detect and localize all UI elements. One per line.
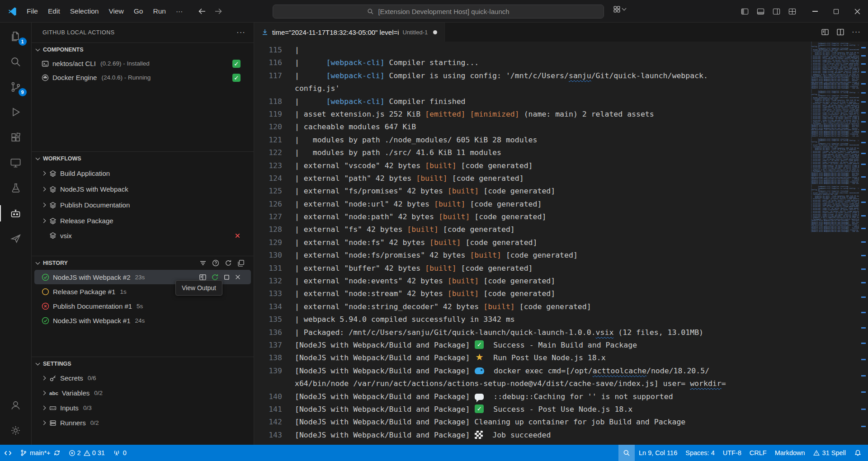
customize-layout-icon[interactable]: [788, 7, 797, 16]
workflow-vsix[interactable]: vsix: [32, 229, 254, 242]
publish-icon[interactable]: [0, 226, 32, 251]
editor-line[interactable]: 122| modules by path ./src/ 41.6 KiB 11 …: [254, 146, 810, 159]
history-header[interactable]: HISTORY: [32, 256, 254, 270]
stop-icon[interactable]: [223, 274, 230, 281]
editor-line[interactable]: 133| external "node:stream" 42 bytes [bu…: [254, 287, 810, 300]
editor-line[interactable]: 124| external "path" 42 bytes [built] [c…: [254, 172, 810, 185]
spell-checker-status[interactable]: 31 Spell: [809, 445, 850, 461]
workflows-header[interactable]: WORKFLOWS: [32, 152, 254, 165]
encoding-status[interactable]: UTF-8: [719, 445, 745, 461]
back-arrow-icon[interactable]: [198, 7, 207, 16]
dismiss-icon[interactable]: [235, 274, 241, 280]
editor-line[interactable]: 135| webpack 5.94.0 compiled successfull…: [254, 313, 810, 326]
editor-line[interactable]: 118| [webpack-cli] Compiler finished: [254, 95, 810, 108]
remote-explorer-icon[interactable]: [0, 150, 32, 175]
editor-line[interactable]: 121| modules by path ./node_modules/ 605…: [254, 134, 810, 146]
forward-arrow-icon[interactable]: [214, 7, 223, 16]
editor-line[interactable]: 140[NodeJS with Webpack/Build and Packag…: [254, 390, 810, 403]
github-local-actions-icon[interactable]: [0, 201, 32, 226]
workflow-build-application[interactable]: Build Application: [32, 165, 254, 181]
editor-line[interactable]: 136| Packaged: /mnt/c/Users/sanju/Git/qu…: [254, 326, 810, 339]
editor-line[interactable]: 125| external "fs/promises" 42 bytes [bu…: [254, 185, 810, 198]
help-icon[interactable]: [212, 259, 219, 267]
history-item-publish-documentation-1[interactable]: Publish Documentation #1 5s: [32, 299, 254, 313]
toggle-primary-sidebar-icon[interactable]: [741, 7, 749, 16]
indentation-status[interactable]: Spaces: 4: [681, 445, 719, 461]
settings-gear-icon[interactable]: [0, 418, 32, 443]
editor-line[interactable]: 130| external "node:fs/promises" 42 byte…: [254, 249, 810, 262]
toggle-panel-icon[interactable]: [756, 7, 765, 16]
component-act-cli[interactable]: nektos/act CLI (0.2.69) - Installed: [32, 56, 254, 71]
editor-content[interactable]: 115|116| [webpack-cli] Compiler starting…: [254, 42, 868, 445]
remote-indicator[interactable]: [0, 445, 16, 461]
git-branch-status[interactable]: main*+: [16, 445, 65, 461]
component-docker-engine[interactable]: Docker Engine (24.0.6) - Running: [32, 71, 254, 85]
editor-line[interactable]: 134| external "node:string_decoder" 42 b…: [254, 301, 810, 313]
zoom-status-button[interactable]: [618, 445, 635, 461]
menu-selection[interactable]: Selection: [65, 5, 104, 18]
cursor-position[interactable]: Ln 9, Col 116: [635, 445, 681, 461]
workflow-publish-documentation[interactable]: Publish Documentation: [32, 197, 254, 213]
editor-line[interactable]: 142[NodeJS with Webpack/Build and Packag…: [254, 416, 810, 428]
rerun-icon[interactable]: [211, 273, 219, 281]
editor-line[interactable]: 138[NodeJS with Webpack/Build and Packag…: [254, 352, 810, 364]
explorer-icon[interactable]: 1: [0, 24, 32, 49]
overview-ruler[interactable]: [859, 42, 868, 445]
testing-icon[interactable]: [0, 175, 32, 201]
menu-run[interactable]: Run: [148, 5, 170, 18]
notifications-bell[interactable]: [850, 445, 868, 461]
menu-view[interactable]: View: [104, 5, 128, 18]
editor-line[interactable]: 132| external "node:events" 42 bytes [bu…: [254, 275, 810, 287]
editor-line[interactable]: 139[NodeJS with Webpack/Build and Packag…: [254, 365, 810, 377]
sidebar-more-actions[interactable]: ···: [236, 28, 245, 37]
workflow-nodejs-with-webpack[interactable]: NodeJS with Webpack: [32, 181, 254, 197]
menu-edit[interactable]: Edit: [43, 5, 65, 18]
problems-status[interactable]: 2 0 31: [65, 445, 109, 461]
editor-line[interactable]: 123| external "vscode" 42 bytes [built] …: [254, 160, 810, 172]
editor-line[interactable]: 141[NodeJS with Webpack/Build and Packag…: [254, 403, 810, 416]
editor-line[interactable]: 128| external "fs" 42 bytes [built] [cod…: [254, 223, 810, 236]
profile-layout-dropdown[interactable]: [613, 5, 626, 13]
split-editor-icon[interactable]: [836, 28, 844, 36]
settings-item-runners[interactable]: Runners 0/2: [32, 415, 254, 430]
editor-line[interactable]: 127| external "node:path" 42 bytes [buil…: [254, 211, 810, 223]
editor-line[interactable]: 129| external "node:fs" 42 bytes [built]…: [254, 236, 810, 249]
history-item-nodejs-webpack-1[interactable]: NodeJS with Webpack #1 24s: [32, 313, 254, 328]
workflow-release-package[interactable]: Release Package: [32, 213, 254, 229]
components-header[interactable]: COMPONENTS: [32, 43, 254, 56]
settings-item-variables[interactable]: abc Variables 0/2: [32, 386, 254, 400]
eol-status[interactable]: CRLF: [745, 445, 771, 461]
filter-list-icon[interactable]: [199, 259, 207, 267]
collapse-all-icon[interactable]: [237, 259, 245, 267]
editor-line[interactable]: x64/bin/node /var/run/act/actions/action…: [254, 377, 810, 390]
editor-line[interactable]: 119| asset extension.js 252 KiB [emitted…: [254, 108, 810, 121]
editor-line[interactable]: 131| external "buffer" 42 bytes [built] …: [254, 262, 810, 275]
more-actions-icon[interactable]: ···: [852, 28, 861, 37]
view-output-icon[interactable]: [199, 273, 207, 281]
editor-line[interactable]: 120| cacheable modules 647 KiB: [254, 121, 810, 133]
menu-go[interactable]: Go: [129, 5, 148, 18]
editor-line[interactable]: 126| external "node:url" 42 bytes [built…: [254, 198, 810, 211]
minimize-button[interactable]: [804, 0, 826, 23]
editor-line[interactable]: 117| [webpack-cli] Compiler is using con…: [254, 70, 810, 82]
maximize-button[interactable]: [826, 0, 847, 23]
ports-status[interactable]: 0: [109, 445, 131, 461]
language-mode[interactable]: Markdown: [771, 445, 809, 461]
source-control-icon[interactable]: 9: [0, 74, 32, 99]
tab-untitled-1[interactable]: time="2024-11-17T18:32:43-05:00" level=i…: [254, 23, 445, 42]
run-debug-icon[interactable]: [0, 99, 32, 125]
settings-item-inputs[interactable]: Inputs 0/3: [32, 400, 254, 415]
command-center-search[interactable]: [Extension Development Host] quick-launc…: [273, 5, 604, 19]
menu-more[interactable]: ···: [171, 5, 188, 18]
minimap[interactable]: || [webpack-cli] Compiler starting...| […: [811, 42, 859, 445]
editor-lines[interactable]: 115|116| [webpack-cli] Compiler starting…: [254, 44, 810, 442]
search-view-icon[interactable]: [0, 49, 32, 74]
editor-line[interactable]: 116| [webpack-cli] Compiler starting...: [254, 56, 810, 69]
close-button[interactable]: [847, 0, 868, 23]
accounts-icon[interactable]: [0, 392, 32, 418]
menu-file[interactable]: File: [22, 5, 43, 18]
extensions-icon[interactable]: [0, 125, 32, 150]
editor-line[interactable]: config.js': [254, 82, 810, 95]
settings-header[interactable]: SETTINGS: [32, 357, 254, 371]
modified-dot-icon[interactable]: [433, 30, 437, 34]
